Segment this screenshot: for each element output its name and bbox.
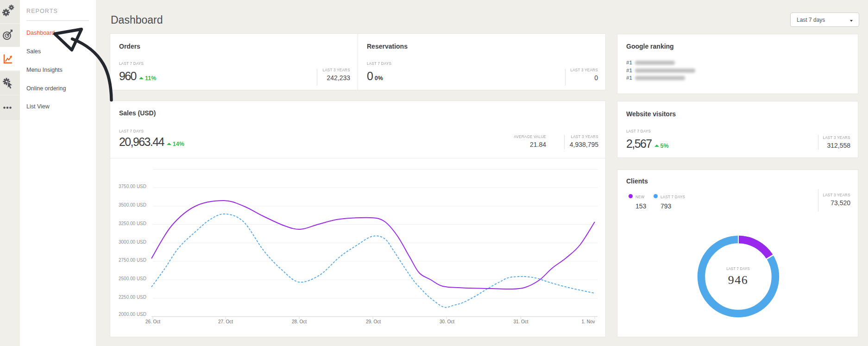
svg-text:31. Oct: 31. Oct: [513, 319, 528, 324]
svg-text:2250.00 USD: 2250.00 USD: [119, 295, 146, 300]
svg-text:3000.00 USD: 3000.00 USD: [119, 239, 146, 245]
svg-text:1. Nov: 1. Nov: [582, 319, 595, 324]
svg-text:28. Oct: 28. Oct: [292, 319, 307, 324]
svg-text:3750.00 USD: 3750.00 USD: [119, 184, 146, 189]
svg-text:26. Oct: 26. Oct: [145, 319, 160, 324]
svg-text:2000.00 USD: 2000.00 USD: [119, 312, 146, 317]
svg-text:2750.00 USD: 2750.00 USD: [119, 258, 146, 263]
svg-text:27. Oct: 27. Oct: [218, 319, 233, 324]
svg-text:2500.00 USD: 2500.00 USD: [119, 276, 146, 281]
svg-text:29. Oct: 29. Oct: [366, 319, 381, 324]
svg-text:3500.00 USD: 3500.00 USD: [119, 202, 146, 208]
svg-text:3250.00 USD: 3250.00 USD: [119, 221, 146, 226]
svg-text:30. Oct: 30. Oct: [440, 319, 454, 324]
